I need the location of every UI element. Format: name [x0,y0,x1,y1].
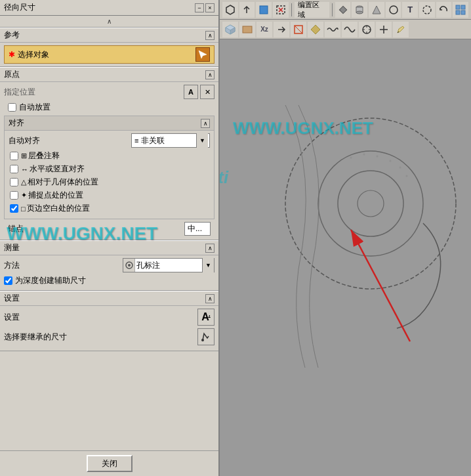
stack-annotation-checkbox[interactable] [10,152,18,160]
reference-header: 参考 ∧ [0,28,218,43]
anchor-row: 锚点 中... [4,221,215,237]
wave2-btn[interactable] [342,22,358,37]
xz-btn[interactable]: Xz [256,22,272,37]
horiz-icon: ↔ [21,165,28,173]
settings-section-label: 设置 [4,293,20,304]
diamond2-btn[interactable] [308,22,323,37]
auto-place-row: 自动放置 [4,100,215,114]
select-object-btn[interactable]: ✱选择对象 [4,45,215,64]
toolbar-sep-2 [332,3,333,16]
auto-align-dropdown[interactable]: ≡ 非关联 ▼ [131,133,210,148]
close-btn[interactable]: 关闭 [87,455,133,472]
svg-point-31 [350,157,352,159]
checkbox-row-1: ↔ 水平或竖直对齐 [9,163,210,175]
region2-btn[interactable] [291,22,306,37]
cylinder-btn[interactable] [352,2,367,18]
square-btn[interactable] [256,2,272,18]
origin-collapse-btn[interactable]: ∧ [205,70,215,79]
specify-position-btn-x[interactable]: ✕ [200,85,215,99]
wave-btn[interactable] [325,22,340,37]
settings-header: 设置 ∧ [0,291,218,306]
relative-geom-label: △ 相对于几何体的位置 [21,177,98,188]
method-dropdown-arrow: ▼ [202,258,214,272]
reference-label: 参考 [4,30,20,41]
auto-place-checkbox[interactable] [8,103,16,112]
svg-rect-6 [339,6,346,13]
method-dropdown-icon [123,259,135,272]
close-window-btn[interactable]: × [205,3,215,12]
horiz-vert-label: ↔ 水平或竖直对齐 [21,163,85,175]
move-arrow-btn[interactable] [274,22,289,37]
anchor-value: 中... [184,222,211,236]
svg-point-36 [406,175,408,177]
align-collapse-btn[interactable]: ∧ [201,119,210,128]
checkbox-row-0: ⊞ 层叠注释 [9,150,210,162]
cad-svg [220,39,471,476]
svg-point-12 [423,6,431,14]
undo-btn[interactable] [436,2,452,18]
specify-position-btn-a[interactable]: A [184,85,198,99]
align-subsection: 对齐 ∧ 自动对齐 ≡ 非关联 ▼ [4,116,215,219]
select-object-icon [195,47,210,62]
snap-icon: ✦ [21,191,27,200]
text-btn[interactable]: T [402,2,418,18]
settings-label: 设置 [4,312,20,323]
grid-btn[interactable] [453,2,468,18]
circle-spin-btn[interactable] [359,22,375,37]
svg-marker-10 [373,6,380,14]
cone-btn[interactable] [369,2,384,18]
relative-geom-checkbox[interactable] [10,178,18,186]
margin-checkbox[interactable] [10,204,18,213]
inherit-icon-btn[interactable] [197,328,215,345]
auto-place-label: 自动放置 [19,102,51,113]
reference-collapse-btn[interactable]: ∧ [205,31,215,40]
cross-btn[interactable] [376,22,392,37]
settings-collapse-btn[interactable]: ∧ [205,294,215,303]
deep-create-checkbox[interactable] [4,276,12,285]
settings-icon-btn[interactable]: A ⁴ [197,309,215,326]
svg-point-34 [390,160,392,162]
scroll-up-btn[interactable]: ∧ [0,16,218,28]
pencil-btn[interactable] [393,22,409,37]
svg-point-35 [399,167,401,169]
svg-marker-3 [226,5,234,14]
method-label: 方法 [4,260,20,271]
up-arrow-btn[interactable] [239,2,255,18]
method-dropdown[interactable]: 孔标注 ▼ [123,258,215,272]
checkbox-row-2: △ 相对于几何体的位置 [9,177,210,188]
geom-icon: △ [21,178,26,186]
origin-content: 指定位置 A ✕ 自动放置 对齐 ∧ 自 [0,82,218,240]
right-panel: 编置区域 T [220,0,471,476]
circle-outline-btn[interactable] [386,2,401,18]
title-bar: 径向尺寸 − × [0,0,218,16]
title-controls: − × [195,3,215,12]
anchor-label: 锚点 [8,223,24,234]
minimize-btn[interactable]: − [195,3,204,12]
svg-point-1 [128,264,131,267]
svg-rect-14 [461,5,465,9]
snap-point-checkbox[interactable] [10,191,18,200]
measure-header: 测量 ∧ [0,240,218,255]
measure-collapse-btn[interactable]: ∧ [205,244,215,253]
measure-section: 测量 ∧ 方法 孔标注 ▼ 为深度创建辅助尺 [0,240,218,291]
move-btn[interactable] [273,2,289,18]
diamond-btn[interactable] [335,2,351,18]
hex-btn[interactable] [222,2,238,18]
deep-checkbox-label: 为深度创建辅助尺寸 [15,275,86,286]
svg-point-11 [390,6,398,14]
3d-cube-btn[interactable] [222,22,238,37]
checkbox-row-4: □ 页边空白处的位置 [9,203,210,214]
circle-dotted-btn[interactable] [419,2,435,18]
face-btn[interactable] [239,22,255,37]
inherit-row: 选择要继承的尺寸 [4,328,215,345]
svg-point-9 [356,11,363,14]
horiz-vert-checkbox[interactable] [10,165,18,173]
settings-section: 设置 ∧ 设置 A ⁴ 选择要继承的尺寸 [0,291,218,351]
left-panel: 径向尺寸 − × ∧ 参考 ∧ ✱选择对象 原点 ∧ [0,0,220,476]
region-label-btn[interactable]: 编置区域 [295,2,329,18]
specify-position-row: 指定位置 A ✕ [4,85,215,99]
origin-label: 原点 [4,69,20,80]
svg-rect-16 [461,11,465,14]
deep-checkbox-row: 为深度创建辅助尺寸 [4,275,215,286]
second-toolbar: Xz [220,20,471,39]
